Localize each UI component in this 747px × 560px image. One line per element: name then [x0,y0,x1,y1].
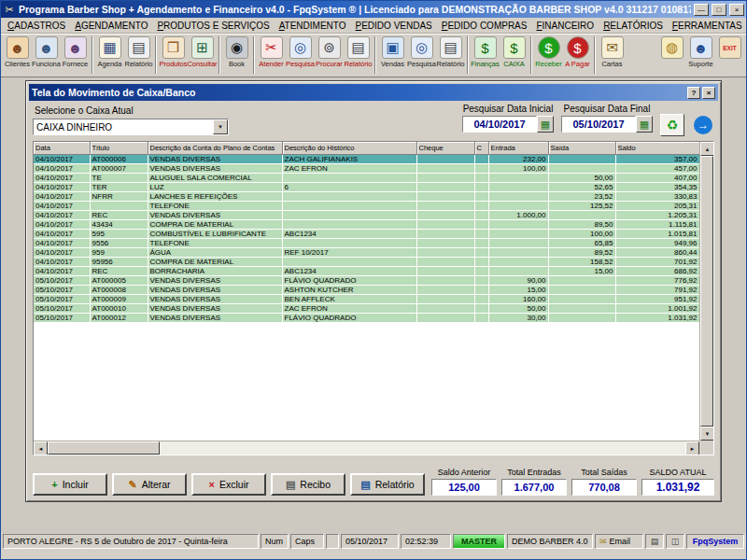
cell-saldo[interactable]: 330,83 [615,191,699,201]
cell-saida[interactable] [548,313,615,322]
cell-c[interactable] [474,210,488,219]
cell-cheque[interactable] [416,303,474,313]
cell-cheque[interactable] [416,173,474,182]
recibo-button[interactable]: ▤ Recibo [271,473,345,496]
toolbar-button-caixa[interactable]: $CAIXA [500,35,529,68]
status-printer-panel[interactable]: ▤ [645,534,664,549]
cell-entrada[interactable] [488,229,548,238]
column-header-descricao-do-historico[interactable]: Descrição do Histórico [282,142,416,154]
cell-saida[interactable]: 89,50 [548,219,615,229]
cell-descricao-da-conta-do-plano-de-contas[interactable]: VENDAS DIVERSAS [148,275,282,285]
cell-descricao-do-historico[interactable] [282,173,416,182]
cell-saida[interactable] [548,285,615,294]
date-end-input[interactable] [561,116,636,133]
close-button[interactable]: × [729,4,744,16]
cell-c[interactable] [474,266,488,275]
toolbar-button-receber[interactable]: $Receber [534,35,563,68]
cell-c[interactable] [474,303,488,313]
menu-item-relatorios[interactable]: RELATÓRIOS [599,20,668,32]
cell-data[interactable]: 04/10/2017 [34,238,90,247]
cell-saldo[interactable]: 357,00 [615,154,699,163]
cell-entrada[interactable]: 50,00 [488,303,548,313]
cell-saida[interactable] [548,154,615,163]
cell-titulo[interactable]: 95956 [90,257,148,266]
cell-saida[interactable]: 125,52 [548,201,615,210]
cell-saldo[interactable]: 1.115,81 [615,219,699,229]
excluir-button[interactable]: × Excluir [191,473,266,496]
cell-entrada[interactable]: 90,00 [488,275,548,285]
cell-c[interactable] [474,182,488,191]
cell-saldo[interactable]: 791,92 [615,285,699,294]
menu-item-cadastros[interactable]: CADASTROS [3,20,70,32]
cell-titulo[interactable]: AT000008 [90,285,148,294]
cell-descricao-da-conta-do-plano-de-contas[interactable]: VENDAS DIVERSAS [148,210,282,219]
caixa-select[interactable]: CAIXA DINHEIRO ▼ [33,119,229,135]
cell-saldo[interactable]: 860,44 [615,247,699,257]
cell-cheque[interactable] [416,229,474,238]
cell-descricao-da-conta-do-plano-de-contas[interactable]: COMBUSTÍVEL E LUBRIFICANTE [148,229,282,238]
cell-descricao-do-historico[interactable]: REF 10/2017 [282,247,416,257]
cell-saida[interactable] [548,294,615,303]
table-row[interactable]: 04/10/2017RECVENDAS DIVERSAS1.000,001.20… [34,210,699,219]
table-row[interactable]: 05/10/2017AT000008VENDAS DIVERSASASHTON … [34,285,699,294]
cell-descricao-do-historico[interactable] [282,191,416,201]
column-header-entrada[interactable]: Entrada [488,142,548,154]
cell-entrada[interactable] [488,247,548,257]
cell-cheque[interactable] [416,294,474,303]
table-row[interactable]: 05/10/2017AT000012VENDAS DIVERSASFLÁVIO … [34,313,699,322]
cell-saldo[interactable]: 686,92 [615,266,699,275]
cell-saldo[interactable]: 1.015,81 [615,229,699,238]
cell-data[interactable]: 05/10/2017 [34,275,90,285]
cell-descricao-do-historico[interactable]: ZAC EFRON [282,163,416,173]
cell-c[interactable] [474,163,488,173]
cell-descricao-do-historico[interactable] [282,210,416,219]
cell-titulo[interactable]: AT000010 [90,303,148,313]
cell-descricao-do-historico[interactable] [282,257,416,266]
table-row[interactable]: 04/10/2017959ÁGUAREF 10/201789,52860,44 [34,247,699,257]
cell-titulo[interactable]: AT000007 [90,163,148,173]
cell-data[interactable]: 04/10/2017 [34,257,90,266]
toolbar-button-clientes[interactable]: ☻Clientes [3,35,32,68]
cell-cheque[interactable] [416,285,474,294]
cell-entrada[interactable]: 100,00 [488,163,548,173]
horizontal-scroll-thumb[interactable] [48,441,160,455]
window-close-button[interactable]: × [702,87,715,99]
menu-item-produtos-e-servicos[interactable]: PRODUTOS E SERVIÇOS [152,20,274,32]
toolbar-button-book[interactable]: ◉Book [222,35,251,68]
cell-saldo[interactable]: 205,31 [615,201,699,210]
cell-titulo[interactable]: 595 [90,229,148,238]
cell-c[interactable] [474,247,488,257]
cell-c[interactable] [474,229,488,238]
cell-cheque[interactable] [416,247,474,257]
cell-cheque[interactable] [416,163,474,173]
cell-cheque[interactable] [416,266,474,275]
toolbar-button-suporte[interactable]: ☻Suporte [686,35,715,68]
cell-cheque[interactable] [416,313,474,322]
cell-descricao-da-conta-do-plano-de-contas[interactable]: TELEFONE [148,201,282,210]
vertical-scrollbar[interactable]: ▲ ▼ [699,142,713,441]
cell-cheque[interactable] [416,219,474,229]
cell-descricao-do-historico[interactable]: FLÁVIO QUADRADO [282,275,416,285]
cell-entrada[interactable] [488,219,548,229]
cell-c[interactable] [474,173,488,182]
toolbar-button-cartas[interactable]: ✉Cartas [598,35,627,68]
table-row[interactable]: 05/10/2017AT000010VENDAS DIVERSASZAC EFR… [34,303,699,313]
menu-item-ferramentas[interactable]: FERRAMENTAS [668,20,747,32]
cell-titulo[interactable]: NFRR [90,191,148,201]
cell-descricao-da-conta-do-plano-de-contas[interactable]: COMPRA DE MATERIAL [148,219,282,229]
minimize-button[interactable]: — [694,4,709,16]
cell-titulo[interactable]: TE [90,173,148,182]
cell-c[interactable] [474,275,488,285]
maximize-button[interactable]: □ [712,4,726,16]
cell-saldo[interactable]: 701,92 [615,257,699,266]
menu-item-atendimento[interactable]: ATENDIMENTO [275,20,351,32]
cell-saldo[interactable]: 1.001,92 [615,303,699,313]
chevron-down-icon[interactable]: ▼ [213,119,228,134]
cell-descricao-do-historico[interactable]: BEN AFFLECK [282,294,416,303]
scroll-up-icon[interactable]: ▲ [700,142,714,156]
table-row[interactable]: 05/10/2017AT000009VENDAS DIVERSASBEN AFF… [34,294,699,303]
cell-descricao-da-conta-do-plano-de-contas[interactable]: VENDAS DIVERSAS [148,294,282,303]
table-row[interactable]: 04/10/2017RECBORRACHARIAABC123415,00686,… [34,266,699,275]
cell-data[interactable]: 04/10/2017 [34,163,90,173]
table-row[interactable]: 04/10/2017TEALUGUEL SALA COMERCIAL50,004… [34,173,699,182]
